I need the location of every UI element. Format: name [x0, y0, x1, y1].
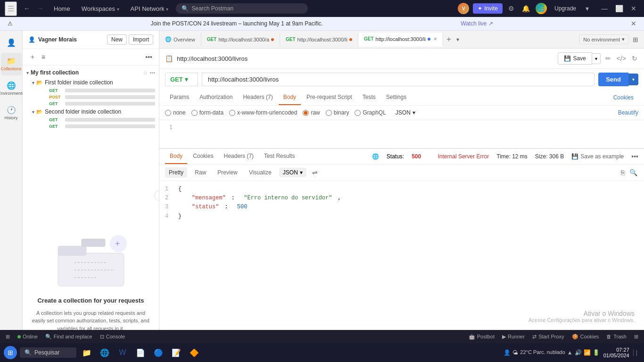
sidebar-item-home[interactable]: 👤 [1, 34, 22, 51]
minimize-button[interactable]: — [598, 4, 611, 13]
beautify-button[interactable]: Beautify [618, 109, 638, 116]
speaker-icon[interactable]: 🔊 [575, 349, 582, 356]
new-button[interactable]: New [107, 34, 127, 45]
home-link[interactable]: Home [50, 3, 74, 14]
add-collection-icon[interactable]: ＋ [28, 52, 37, 62]
json-type-selector[interactable]: JSON ▾ [396, 109, 415, 116]
copy-response-button[interactable]: ⎘ [620, 168, 626, 177]
tab-close-icon[interactable]: ✕ [433, 36, 437, 41]
panel-user-name[interactable]: Vagner Morais [38, 36, 77, 43]
send-button[interactable]: Send [598, 73, 628, 86]
environment-selector[interactable]: No environment ▾ [579, 34, 629, 44]
watch-live-link[interactable]: Watch live ↗ [461, 20, 493, 27]
table-row[interactable]: GET [45, 87, 159, 94]
taskbar-app-vscode[interactable]: 📝 [169, 345, 184, 360]
announcement-close-button[interactable]: ✕ [631, 20, 636, 27]
collection-header[interactable]: ▾ My first collection ☆ ••• [23, 67, 159, 78]
send-dropdown-button[interactable]: ▾ [628, 74, 638, 85]
edit-icon[interactable]: ✏ [604, 54, 612, 63]
url-input[interactable] [202, 73, 594, 86]
option-none[interactable]: none [165, 109, 186, 116]
option-graphql[interactable]: GraphQL [355, 109, 386, 116]
tab-tests[interactable]: Tests [358, 90, 380, 105]
table-row[interactable]: GET [45, 116, 159, 123]
grid-layout-icon[interactable]: ⊞ [6, 334, 10, 340]
response-more-icon[interactable]: ••• [631, 153, 638, 160]
close-button[interactable]: ✕ [628, 4, 639, 13]
tab-settings[interactable]: Settings [381, 90, 411, 105]
invite-button[interactable]: ✦ Invite [473, 3, 503, 14]
refresh-icon[interactable]: ↻ [631, 54, 638, 63]
tab-get-livros-1[interactable]: GET http://localhost:3000/a [201, 33, 280, 46]
code-content[interactable] [178, 124, 638, 144]
table-row[interactable]: GET [45, 123, 159, 130]
option-binary[interactable]: binary [326, 109, 349, 116]
save-button[interactable]: 💾 Save [558, 52, 592, 65]
expand-icon[interactable]: ⊞ [634, 334, 638, 340]
find-replace-item[interactable]: 🔍 Find and replace [45, 334, 92, 340]
search-response-button[interactable]: 🔍 [628, 168, 638, 177]
sort-icon[interactable]: ≡ [41, 52, 46, 62]
collection-more-icon[interactable]: ••• [149, 70, 155, 75]
show-hidden-icon[interactable]: ▲ [567, 349, 573, 356]
table-row[interactable]: GET [45, 100, 159, 107]
resp-tab-headers[interactable]: Headers (7) [219, 149, 258, 164]
tabs-dropdown-button[interactable]: ▾ [454, 35, 461, 44]
settings-icon[interactable]: ⚙ [506, 3, 516, 14]
show-desktop-button[interactable]: │ [633, 349, 640, 356]
code-icon[interactable]: </> [616, 54, 627, 63]
search-bar[interactable]: 🔍 Search Postman [176, 3, 308, 14]
resp-tab-body[interactable]: Body [165, 149, 187, 164]
format-tab-pretty[interactable]: Pretty [165, 167, 187, 178]
grid-view-button[interactable]: ⊞ [631, 35, 640, 44]
request-body-editor[interactable]: 1 [159, 120, 644, 148]
save-example-button[interactable]: 💾 Save as example [571, 153, 624, 160]
api-network-link[interactable]: API Network ▾ [127, 3, 173, 14]
taskbar-app-other[interactable]: 🔶 [187, 345, 202, 360]
tab-get-livros-3[interactable]: GET http://localhost:3000/li ✕ [358, 33, 443, 47]
console-item[interactable]: ⊡ Console [100, 334, 125, 340]
more-options-icon[interactable]: ••• [144, 52, 153, 62]
trash-item[interactable]: 🗑 Trash [606, 334, 627, 339]
tab-get-livros-2[interactable]: GET http://localhost:3000/li [280, 33, 358, 46]
sidebar-item-history[interactable]: 🕐 History [1, 102, 22, 124]
resp-tab-cookies[interactable]: Cookies [188, 149, 218, 164]
save-dropdown-button[interactable]: ▾ [592, 53, 601, 64]
wrap-icon[interactable]: ⇌ [312, 169, 318, 176]
method-selector[interactable]: GET ▾ [165, 73, 198, 86]
start-proxy-item[interactable]: ⇄ Start Proxy [532, 334, 564, 340]
network-icon[interactable]: 📶 [584, 349, 591, 356]
taskbar-app-word[interactable]: W [115, 345, 130, 360]
add-tab-button[interactable]: ＋ [443, 33, 454, 45]
format-tab-preview[interactable]: Preview [214, 167, 241, 178]
sidebar-item-collections[interactable]: 📁 Collections [1, 53, 22, 75]
resp-tab-test-results[interactable]: Test Results [259, 149, 299, 164]
start-button[interactable]: ⊞ [4, 346, 17, 359]
tab-overview[interactable]: 🌐 Overview [159, 33, 201, 46]
taskbar-app-edge[interactable]: 🌐 [97, 345, 112, 360]
upgrade-button[interactable]: Upgrade [551, 3, 580, 14]
forward-button[interactable]: → [34, 3, 46, 14]
tab-prerequest[interactable]: Pre-request Script [302, 90, 357, 105]
first-folder-header[interactable]: ▾ 📂 First folder inside collection [28, 78, 159, 87]
option-raw[interactable]: raw [303, 109, 320, 116]
json-format-selector[interactable]: JSON ▾ [279, 168, 306, 177]
tab-params[interactable]: Params [165, 90, 194, 105]
dropdown-arrow[interactable]: ▾ [584, 3, 591, 14]
tab-authorization[interactable]: Authorization [195, 90, 237, 105]
workspaces-link[interactable]: Workspaces ▾ [78, 3, 123, 14]
runner-item[interactable]: ▶ Runner [502, 334, 525, 340]
weather-icon[interactable]: 🌤 [512, 349, 518, 356]
tab-body[interactable]: Body [279, 90, 301, 105]
import-button[interactable]: Import [129, 34, 153, 45]
taskbar-clock[interactable]: 07:27 01/05/2024 [603, 347, 629, 358]
cookies-link[interactable]: Cookies [609, 90, 638, 105]
taskbar-app-file[interactable]: 📁 [79, 345, 94, 360]
sidebar-item-environments[interactable]: 🌐 Environments [1, 77, 22, 100]
menu-icon[interactable]: ☰ [5, 1, 17, 16]
option-urlencoded[interactable]: x-www-form-urlencoded [229, 109, 297, 116]
bell-icon[interactable]: 🔔 [520, 3, 532, 14]
second-folder-header[interactable]: ▾ 📂 Second folder inside collection [28, 107, 159, 116]
taskbar-app-chrome[interactable]: 🔵 [151, 345, 166, 360]
person-icon[interactable]: 👤 [504, 349, 511, 356]
